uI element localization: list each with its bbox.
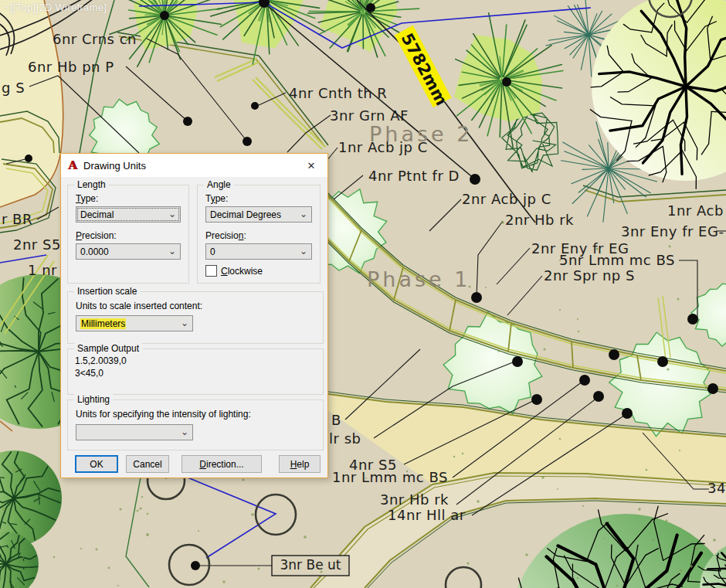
lighting-select[interactable]: ⌄: [76, 424, 193, 440]
plant-label: 2nr Acb jp C: [462, 191, 551, 207]
chevron-down-icon: ⌄: [181, 318, 188, 328]
plant-label: B: [331, 412, 341, 428]
plant-label: 3nr Eny fr EG-: [621, 223, 724, 240]
plant-label: 2nr Spr np S: [544, 267, 635, 284]
chevron-down-icon: ⌄: [181, 427, 188, 437]
length-type-select[interactable]: Decimal ⌄: [76, 206, 181, 223]
clockwise-checkbox[interactable]: Clockwise: [205, 265, 263, 277]
plant-label: 34: [707, 480, 726, 496]
angle-precision-value: 0: [210, 246, 215, 257]
plant-label: 1 nr: [28, 262, 57, 278]
chevron-down-icon: ⌄: [168, 246, 176, 257]
length-precision-label: Precision:: [76, 230, 117, 241]
sample-output-group: Sample Output 1.5,2.0039,0 3<45,0: [67, 348, 324, 395]
plant-label: 1nr Acb: [667, 202, 724, 219]
length-precision-select[interactable]: 0.0000 ⌄: [76, 243, 181, 260]
angle-precision-select[interactable]: 0 ⌄: [205, 243, 312, 260]
plant-label: 4nr Ptnt fr D: [368, 168, 460, 184]
angle-group: Angle Type: Decimal Degrees ⌄ Precision:…: [197, 185, 321, 284]
insertion-scale-label: Units to scale inserted content:: [76, 301, 202, 311]
sample-output-line1: 1.5,2.0039,0: [75, 355, 127, 366]
insertion-scale-group: Insertion scale Units to scale inserted …: [67, 291, 324, 344]
plant-label: 6nr Crns cn: [53, 31, 137, 47]
close-icon[interactable]: ✕: [295, 154, 327, 177]
plant-label: 2nr Hb rk: [505, 212, 574, 228]
drawing-units-dialog: A Drawing Units ✕ Length Type: Decimal ⌄…: [60, 153, 328, 478]
checkbox-icon[interactable]: [205, 265, 217, 277]
plant-label: 5nr Lmm mc BS: [559, 252, 675, 268]
plant-label: 2nr S5: [13, 236, 61, 253]
plant-label: 14nr Hll ar: [388, 507, 466, 523]
autocad-viewport[interactable]: Phase 2 Phase 1 5782mm 6nr Crns cn 6nr H…: [0, 0, 726, 588]
ok-button[interactable]: OK: [75, 455, 118, 473]
angle-type-select[interactable]: Decimal Degrees ⌄: [205, 206, 312, 223]
angle-precision-label: Precision:: [205, 230, 246, 241]
direction-button[interactable]: Direction...: [182, 455, 262, 473]
lighting-group: Lighting Units for specifying the intens…: [67, 399, 324, 450]
chevron-down-icon: ⌄: [300, 209, 307, 219]
cancel-button[interactable]: Cancel: [126, 455, 169, 473]
clockwise-label: Clockwise: [221, 266, 263, 277]
length-type-label: Type:: [76, 193, 98, 204]
lighting-label: Units for specifying the intensity of li…: [76, 409, 251, 420]
angle-type-label: Type:: [205, 193, 228, 204]
dialog-title: Drawing Units: [83, 160, 146, 172]
insertion-scale-value: Millimeters: [80, 318, 126, 329]
angle-legend: Angle: [204, 179, 234, 190]
plant-label: 6nr Hb pn P: [28, 59, 114, 75]
length-legend: Length: [74, 179, 109, 190]
length-type-value: Decimal: [80, 209, 114, 220]
lighting-legend: Lighting: [74, 394, 113, 405]
dialog-titlebar[interactable]: A Drawing Units ✕: [61, 154, 327, 177]
phase-label: Phase 1: [367, 267, 470, 291]
viewport-controls-label[interactable]: ~][Top][2D Wireframe]: [4, 2, 107, 13]
sample-output-legend: Sample Output: [74, 343, 142, 354]
length-precision-value: 0.0000: [80, 246, 109, 257]
plant-label: 3nr Grn AF: [330, 107, 409, 124]
plant-label: g S: [2, 80, 25, 96]
help-button[interactable]: Help: [279, 455, 321, 473]
length-group: Length Type: Decimal ⌄ Precision: 0.0000…: [67, 185, 189, 284]
boxed-label: 3nr Be ut: [280, 557, 341, 573]
plant-label: 1nr Acb jp C: [338, 139, 428, 155]
plant-label: 4nr Cnth th R: [289, 85, 387, 101]
plant-label: 1nr Lmm mc BS: [332, 469, 448, 485]
chevron-down-icon: ⌄: [168, 209, 176, 219]
chevron-down-icon: ⌄: [300, 246, 307, 257]
angle-type-value: Decimal Degrees: [210, 209, 281, 220]
sample-output-line2: 3<45,0: [75, 368, 103, 379]
insertion-scale-legend: Insertion scale: [74, 286, 140, 297]
plant-label: r BR: [2, 211, 32, 227]
autocad-icon: A: [68, 158, 82, 172]
plant-label: 3nr Hb rk: [380, 491, 449, 508]
insertion-scale-select[interactable]: Millimeters ⌄: [76, 315, 193, 331]
